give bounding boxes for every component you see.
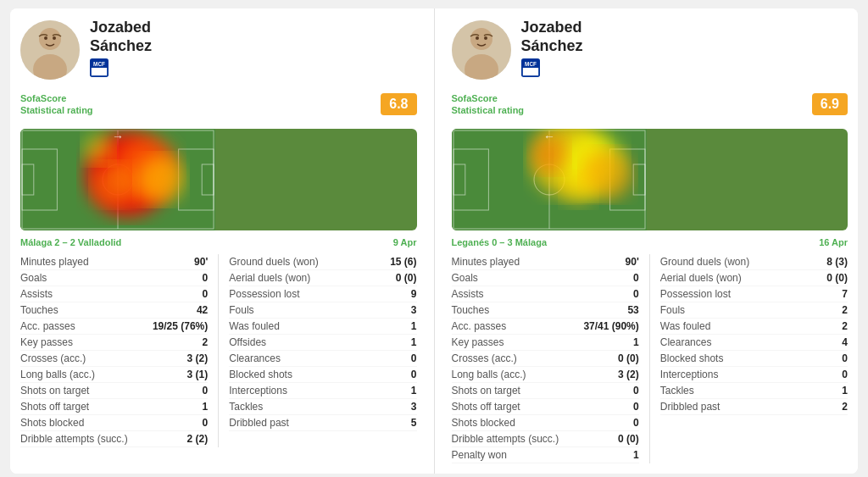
stat-row: Aerial duels (won) 0 (0) [660,270,848,286]
stat-label: Key passes [20,336,73,348]
card-2: Jozabed Sánchez MCF SofaScore Statistica… [442,8,859,474]
brand-name: SofaScore [452,93,498,103]
stat-label: Dribbled past [229,417,289,429]
stat-value: 1 [633,449,639,461]
stat-value: 2 [203,336,209,348]
stat-row: Key passes 1 [452,335,639,351]
stat-row: Crosses (acc.) 0 (0) [452,351,639,367]
card-1: Jozabed Sánchez MCF SofaScore Statistica… [10,8,427,474]
svg-text:→: → [112,130,124,143]
stat-row: Crosses (acc.) 3 (2) [20,351,208,367]
stat-label: Key passes [452,336,504,348]
stat-label: Blocked shots [229,369,292,380]
stat-row: Possession lost 9 [229,286,416,302]
stat-value: 0 [203,385,209,397]
stat-label: Tackles [660,385,694,397]
stat-label: Offsides [229,336,266,348]
stat-row: Touches 53 [452,302,639,319]
heatmap: → [20,129,417,230]
stat-value: 9 [411,288,417,300]
rating-badge: 6.9 [812,93,848,115]
stat-value: 37/41 (90%) [583,320,638,332]
stat-label: Was fouled [660,320,711,332]
stat-label: Acc. passes [20,320,75,332]
left-stats-col: Minutes played 90' Goals 0 Assists 0 Tou… [452,254,639,463]
stat-row: Dribble attempts (succ.) 0 (0) [452,431,639,447]
stat-value: 0 [842,369,848,380]
stat-value: 1 [633,336,639,348]
stat-row: Key passes 2 [20,335,208,351]
svg-rect-7 [92,68,107,75]
card-header: Jozabed Sánchez MCF [452,19,849,80]
stat-label: Fouls [660,304,685,316]
stat-value: 0 (0) [618,352,639,364]
stat-row: Tackles 1 [660,383,848,399]
rating-badge: 6.8 [381,93,416,115]
stat-label: Clearances [660,336,712,348]
svg-text:MCF: MCF [525,61,537,67]
match-title: Leganés 0 – 3 Málaga [452,237,548,247]
stat-value: 7 [842,288,848,300]
stats-container: Minutes played 90' Goals 0 Assists 0 Tou… [20,254,417,447]
svg-point-1 [39,28,61,50]
stat-value: 90' [194,256,208,268]
stat-value: 2 (2) [187,433,209,445]
stat-value: 0 [633,272,639,284]
stat-row: Shots off target 1 [20,399,208,415]
brand-name: SofaScore [20,93,66,103]
svg-point-20 [92,164,135,206]
stat-row: Was fouled 2 [660,319,848,335]
svg-point-21 [83,134,114,164]
card-divider [434,8,435,474]
svg-point-4 [53,36,56,40]
stat-label: Crosses (acc.) [452,352,517,364]
stat-value: 2 [842,320,848,332]
stat-row: Ground duels (won) 8 (3) [660,254,848,270]
svg-rect-30 [522,68,537,75]
stat-row: Interceptions 1 [229,383,416,399]
stat-value: 3 (1) [187,369,209,380]
stat-row: Minutes played 90' [20,254,208,270]
stat-value: 0 (0) [396,272,417,284]
stat-row: Long balls (acc.) 3 (1) [20,367,208,383]
stat-row: Long balls (acc.) 3 (2) [452,367,639,383]
stat-label: Shots on target [20,385,89,397]
stat-label: Long balls (acc.) [20,369,95,380]
match-info: Leganés 0 – 3 Málaga 16 Apr [452,237,849,247]
stat-row: Assists 0 [452,286,639,302]
stat-row: Possession lost 7 [660,286,848,302]
svg-point-19 [137,156,185,203]
stat-label: Long balls (acc.) [452,369,526,380]
stat-value: 4 [842,336,848,348]
stat-label: Shots off target [452,401,520,413]
stat-row: Goals 0 [20,270,208,286]
stat-label: Goals [20,272,47,284]
stat-label: Acc. passes [452,320,507,332]
stat-label: Minutes played [452,256,520,268]
stat-row: Acc. passes 19/25 (76%) [20,319,208,335]
right-stats-col: Ground duels (won) 8 (3) Aerial duels (w… [660,254,848,463]
stat-value: 90' [626,256,639,268]
stat-label: Dribbled past [660,401,721,413]
stat-value: 3 [411,304,417,316]
stat-label: Interceptions [660,369,719,380]
stat-label: Touches [452,304,490,316]
stat-value: 0 [203,417,209,429]
stat-value: 3 [411,401,417,413]
stats-container: Minutes played 90' Goals 0 Assists 0 Tou… [452,254,849,463]
stat-value: 0 [633,385,639,397]
stat-value: 15 (6) [390,256,416,268]
main-container: Jozabed Sánchez MCF SofaScore Statistica… [10,8,858,474]
player-name: Jozabed Sánchez [521,19,583,55]
stat-value: 0 (0) [618,433,639,445]
stat-label: Aerial duels (won) [660,272,742,284]
stat-value: 0 [203,272,209,284]
stat-value: 1 [411,385,417,397]
stat-label: Ground duels (won) [660,256,749,268]
stat-label: Penalty won [452,449,507,461]
stat-label: Dribble attempts (succ.) [452,433,559,445]
svg-text:←: ← [543,130,555,143]
stats-divider [218,254,219,447]
stat-value: 8 (3) [826,256,848,268]
stat-value: 0 [411,352,417,364]
